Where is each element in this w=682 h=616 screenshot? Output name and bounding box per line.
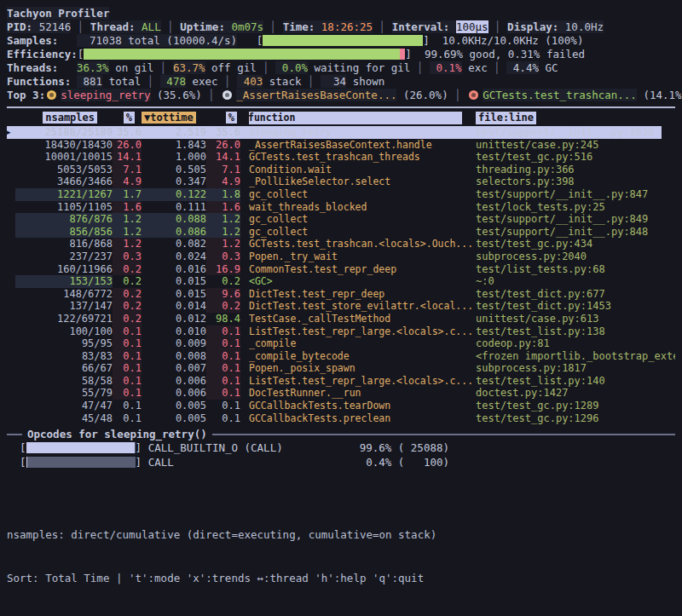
separator: │ [488, 61, 507, 74]
top3-function-name[interactable]: GCTests.test_trashcan... [483, 89, 637, 101]
app-title-line: Tachyon Profiler [7, 6, 675, 20]
opcodes-section-header: Opcodes for sleeping_retry() [7, 428, 675, 440]
table-row[interactable]: 137/1470.20.0140.2DictTest.test_store_ev… [7, 300, 675, 313]
cell-tottime: 0.016 [142, 263, 206, 276]
separator: │ [161, 20, 181, 33]
opcode-name: CALL [148, 456, 360, 469]
table-row[interactable]: 3466/34664.90.3474.9_PollLikeSelector.se… [7, 176, 675, 188]
cell-file-line: subprocess.py:1817 [472, 362, 675, 375]
thread-stat-value: 4.4% [506, 61, 539, 74]
cell-cumulative-pct: 98.4 [206, 313, 240, 325]
cell-nsamples: 237/237 [15, 250, 113, 263]
samples-total: 71038 total (10000.4/s) [77, 34, 237, 47]
top3-function-name[interactable]: _AssertRaisesBaseConte... [236, 89, 396, 101]
cell-cumulative-pct: 1.8 [206, 188, 240, 201]
thread-stat-text: off gil [205, 61, 257, 74]
cell-function-name: _AssertRaisesBaseContext.handle [249, 139, 472, 152]
cell-cumulative-pct: 0.1 [206, 350, 240, 363]
cell-file-line: ~:0 [472, 275, 675, 288]
table-row[interactable]: 148/67720.20.0159.6DictTest.test_repr_de… [7, 288, 675, 301]
table-row[interactable]: ▶25188/2518935.62.51935.6sleeping_retryt… [7, 126, 662, 139]
column-header-function[interactable]: function [249, 112, 462, 124]
cell-cumulative-pct: 1.6 [206, 201, 240, 214]
footer-help-keys: Sort: Total Time | 't':mode 'x':trends ↔… [7, 572, 436, 590]
column-header-file-line[interactable]: file:line [476, 112, 536, 124]
cell-tottime: 0.122 [142, 188, 206, 201]
cell-cumulative-pct: 0.1 [206, 362, 240, 375]
function-stat-text: shown [346, 75, 384, 88]
pid-value: 52146 [39, 20, 72, 33]
table-row[interactable]: 816/8681.20.0821.2GCTests.test_trashcan.… [7, 238, 675, 250]
thread-label: Thread: [90, 20, 142, 33]
cell-nsamples: 58/58 [15, 375, 113, 388]
thread-stat-value: 0.1% [430, 61, 462, 74]
opcode-stat: 99.6% ( 25088) [360, 441, 449, 454]
table-row[interactable]: 55/790.10.0060.1DocTestRunner.__rundocte… [7, 387, 675, 400]
footer-help-nsamples: nsamples: direct/cumulative (direct=exec… [7, 528, 436, 546]
opcode-row: [] CALL 0.4% ( 100) [7, 455, 675, 469]
function-stat-value: 403 [237, 75, 263, 88]
column-header-tottime[interactable]: ▼tottime [142, 112, 196, 124]
table-row[interactable]: 66/670.10.0070.1Popen._posix_spawnsubpro… [7, 362, 675, 375]
cell-cumulative-pct: 16.9 [206, 263, 240, 276]
table-row[interactable]: 856/8561.20.0861.2gc_collecttest/support… [7, 226, 675, 239]
table-row[interactable]: 1105/11051.60.1111.6wait_threads_blocked… [7, 201, 675, 214]
cell-tottime: 0.111 [142, 201, 206, 214]
cell-cumulative-pct: 4.9 [206, 176, 240, 188]
thread-stat-text: GC [539, 61, 558, 74]
cell-cumulative-pct: 0.1 [206, 400, 240, 412]
column-header-nsamples[interactable]: nsamples [43, 112, 97, 124]
cell-cumulative-pct: 0.2 [206, 300, 240, 313]
cell-nsamples: 3466/3466 [15, 176, 113, 188]
column-header-%[interactable]: % [124, 112, 135, 124]
thread-stat-text: on gil [109, 61, 154, 74]
cell-tottime: 0.009 [142, 337, 206, 350]
table-row[interactable]: 122/697210.20.01298.4TestCase._callTestM… [7, 313, 675, 325]
table-row[interactable]: 153/1530.20.0150.2<GC>~:0 [7, 275, 675, 288]
opcode-row: [] CALL_BUILTIN_O (CALL)99.6% ( 25088) [7, 440, 675, 455]
table-row[interactable]: 1221/12671.70.1221.8gc_collecttest/suppo… [7, 188, 675, 201]
table-row[interactable]: 47/470.10.0050.1GCCallbackTests.tearDown… [7, 400, 675, 412]
cell-function-name: GCTests.test_trashcan_threads [249, 151, 472, 164]
table-row[interactable]: 160/119660.20.01616.9CommonTest.test_rep… [7, 263, 675, 276]
cell-direct-pct: 26.0 [113, 139, 142, 152]
uptime-segment: Uptime: 0m07s [180, 20, 263, 33]
cell-file-line: threading.py:366 [472, 164, 675, 176]
table-row[interactable]: 95/950.10.0090.1_compilecodeop.py:81 [7, 337, 675, 350]
cell-tottime: 0.015 [142, 288, 206, 301]
column-header-%[interactable]: % [226, 112, 237, 124]
cell-direct-pct: 0.1 [113, 400, 142, 412]
cell-direct-pct: 0.2 [113, 275, 142, 288]
cell-cumulative-pct: 14.1 [206, 151, 240, 164]
cell-file-line: test/test_dict.py:1453 [472, 300, 675, 313]
time-value: 18:26:25 [321, 20, 373, 33]
cell-direct-pct: 0.2 [113, 300, 142, 313]
table-row[interactable]: 83/830.10.0080.1_compile_bytecode<frozen… [7, 350, 675, 363]
thread-stat-value: 36.3% [77, 61, 109, 74]
cell-tottime: 0.007 [142, 362, 206, 375]
table-row[interactable]: 237/2370.30.0240.3Popen._try_waitsubproc… [7, 250, 675, 263]
cell-cumulative-pct: 1.2 [206, 213, 240, 226]
top3-function-name[interactable]: sleeping_retry [61, 89, 150, 101]
samples-rate-bar [263, 35, 423, 46]
table-row[interactable]: 100/1000.10.0100.1ListTest.test_repr_lar… [7, 325, 675, 338]
threads-label: Threads: [7, 61, 77, 74]
table-row[interactable]: 18430/1843026.01.84326.0_AssertRaisesBas… [7, 139, 675, 152]
separator: │ [488, 20, 508, 33]
cell-file-line: <frozen importlib._bootstrap_externa [472, 350, 675, 363]
table-row[interactable]: 5053/50537.10.5057.1Condition.waitthread… [7, 164, 675, 176]
pid-segment: PID: 52146 [7, 20, 71, 33]
efficiency-label: Efficiency: [7, 48, 78, 60]
table-row[interactable]: 58/580.10.0060.1ListTest.test_repr_large… [7, 375, 675, 388]
cell-function-name: GCCallbackTests.preclean [249, 412, 472, 425]
table-row[interactable]: 10001/1001514.11.00014.1GCTests.test_tra… [7, 151, 675, 164]
gold-medal-icon [47, 90, 56, 100]
table-row[interactable]: 876/8761.20.0881.2gc_collecttest/support… [7, 213, 675, 226]
cell-direct-pct: 0.2 [113, 313, 142, 325]
cell-function-name: <GC> [249, 275, 472, 288]
table-row[interactable]: 45/480.10.0050.1GCCallbackTests.preclean… [7, 412, 675, 425]
footer: nsamples: direct/cumulative (direct=exec… [7, 503, 436, 602]
table-header-row: nsamples%▼tottime%functionfile:line [7, 112, 675, 125]
cell-function-name: TestCase._callTestMethod [249, 313, 472, 325]
cell-nsamples: 47/47 [15, 400, 113, 412]
